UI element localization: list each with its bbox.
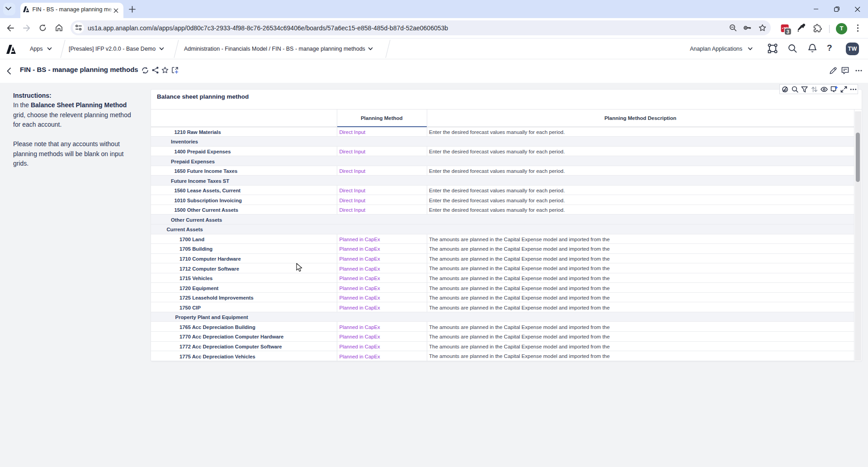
svg-text:3: 3 xyxy=(787,29,789,34)
